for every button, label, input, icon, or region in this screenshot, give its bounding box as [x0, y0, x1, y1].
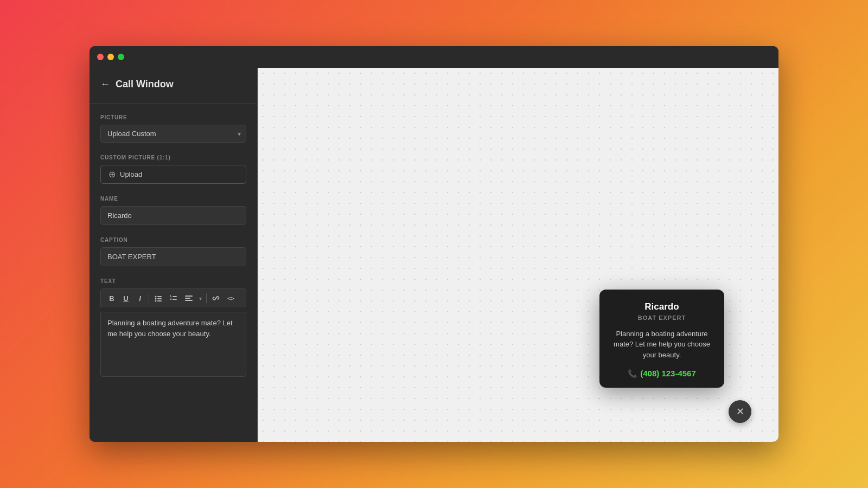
call-card-name: Ricardo [609, 301, 714, 312]
svg-rect-12 [185, 300, 193, 301]
align-button[interactable] [182, 292, 196, 305]
bullet-list-button[interactable] [151, 292, 165, 305]
phone-number: (408) 123-4567 [640, 369, 696, 378]
svg-rect-3 [157, 298, 162, 299]
svg-rect-10 [185, 296, 193, 297]
call-card: Ricardo BOAT EXPERT Planning a boating a… [599, 290, 724, 388]
name-label: NAME [100, 196, 246, 202]
sidebar-fields: PICTURE Upload Custom Default None ▾ CUS… [90, 104, 257, 388]
svg-rect-11 [185, 298, 190, 299]
title-bar [90, 46, 778, 68]
align-dropdown-icon[interactable]: ▾ [197, 294, 204, 303]
custom-picture-label: CUSTOM PICTURE (1:1) [100, 155, 246, 160]
svg-point-2 [155, 298, 157, 300]
main-content: Ricardo BOAT EXPERT Planning a boating a… [258, 68, 778, 442]
underline-button[interactable]: U [119, 292, 132, 305]
caption-field-group: CAPTION [100, 237, 246, 266]
editor-toolbar: B U I [100, 288, 246, 307]
upload-circle-icon: ⊕ [108, 169, 116, 179]
name-input[interactable] [100, 206, 246, 225]
caption-input[interactable] [100, 247, 246, 266]
call-card-phone[interactable]: 📞 (408) 123-4567 [609, 369, 714, 378]
text-field-group: TEXT B U I [100, 278, 246, 377]
call-card-caption: BOAT EXPERT [609, 314, 714, 321]
app-window: ← Call Window PICTURE Upload Custom Defa… [90, 46, 778, 442]
svg-rect-1 [157, 296, 162, 297]
close-traffic-light[interactable] [97, 54, 104, 60]
bold-button[interactable]: B [105, 292, 118, 305]
phone-icon: 📞 [628, 369, 637, 378]
back-button[interactable]: ← [100, 79, 110, 90]
text-label: TEXT [100, 278, 246, 284]
upload-button[interactable]: ⊕ Upload [100, 165, 246, 184]
upload-btn-label: Upload [120, 170, 142, 178]
align-icon [185, 294, 193, 302]
picture-select[interactable]: Upload Custom Default None [100, 125, 246, 143]
sidebar-header: ← Call Window [90, 68, 257, 104]
numbered-list-button[interactable]: 1. 2. [167, 292, 181, 305]
svg-rect-5 [157, 300, 162, 301]
traffic-lights [97, 54, 124, 60]
close-button[interactable]: ✕ [729, 400, 751, 423]
page-title: Call Window [116, 79, 174, 90]
bullet-list-icon [155, 294, 162, 302]
caption-label: CAPTION [100, 237, 246, 243]
numbered-list-icon: 1. 2. [170, 294, 177, 302]
call-card-body: Ricardo BOAT EXPERT Planning a boating a… [599, 290, 724, 388]
svg-point-0 [155, 296, 157, 298]
fullscreen-traffic-light[interactable] [118, 54, 124, 60]
link-icon [212, 294, 220, 302]
sidebar: ← Call Window PICTURE Upload Custom Defa… [90, 68, 258, 442]
toolbar-divider-1 [149, 293, 149, 303]
picture-field-group: PICTURE Upload Custom Default None ▾ [100, 114, 246, 143]
window-body: ← Call Window PICTURE Upload Custom Defa… [90, 68, 778, 442]
name-field-group: NAME [100, 196, 246, 225]
call-card-text: Planning a boating adventure mate? Let m… [609, 329, 714, 361]
text-editor[interactable]: Planning a boating adventure mate? Let m… [100, 312, 246, 377]
custom-picture-field-group: CUSTOM PICTURE (1:1) ⊕ Upload [100, 155, 246, 184]
svg-rect-9 [173, 299, 177, 300]
svg-rect-7 [173, 296, 177, 297]
svg-text:2.: 2. [170, 297, 173, 300]
minimize-traffic-light[interactable] [107, 54, 114, 60]
link-button[interactable] [209, 292, 223, 305]
svg-point-4 [155, 300, 157, 302]
italic-button[interactable]: I [133, 292, 146, 305]
picture-label: PICTURE [100, 114, 246, 120]
picture-select-wrapper: Upload Custom Default None ▾ [100, 125, 246, 143]
toolbar-divider-2 [206, 293, 207, 303]
code-button[interactable]: <> [224, 292, 238, 305]
